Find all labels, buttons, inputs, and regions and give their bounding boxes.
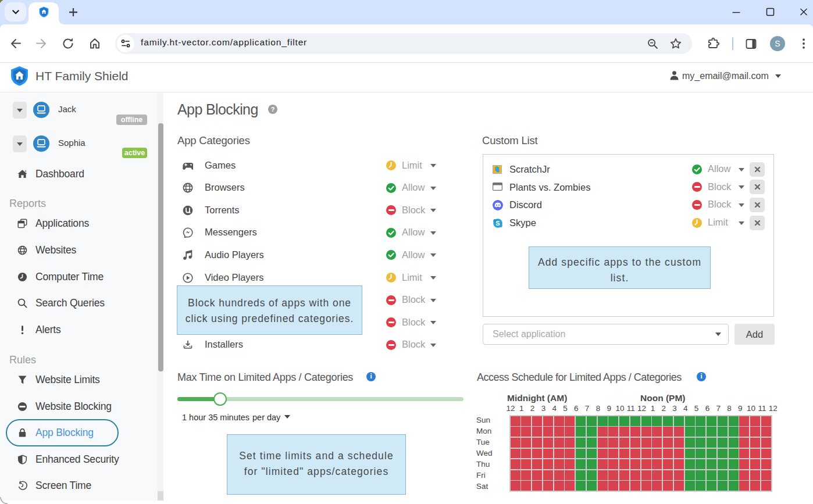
svg-text:S: S xyxy=(495,220,500,227)
